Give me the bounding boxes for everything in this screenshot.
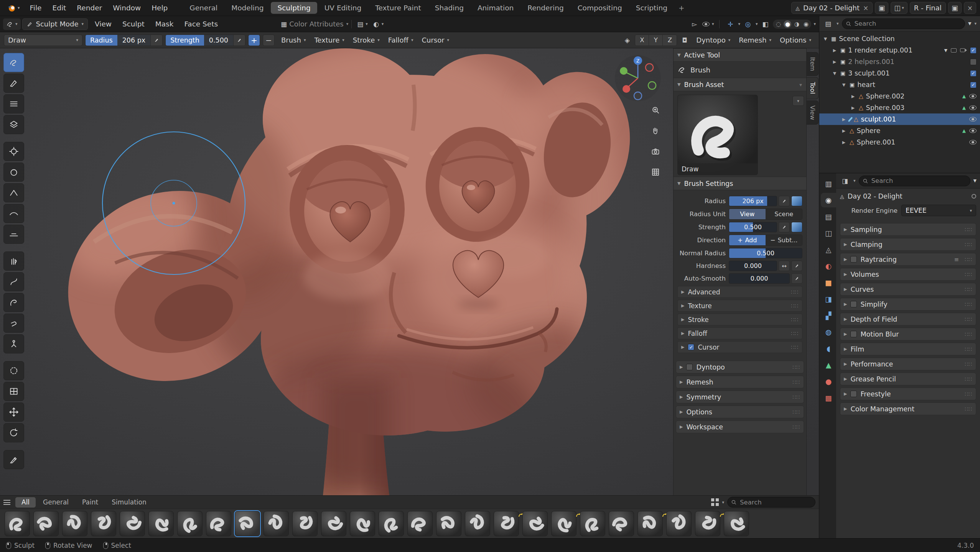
chevron-down-icon[interactable]: ▼ [832,71,838,76]
pen-pressure-icon[interactable] [779,222,790,232]
panel-stroke[interactable]: ▶Stroke∷∷ [677,314,802,325]
properties-tab-object-properties[interactable]: ■ [821,275,836,290]
panel-cursor[interactable]: ▶✓Cursor∷∷ [677,341,802,353]
workspace-tab-rendering[interactable]: Rendering [521,2,570,14]
panel-raytracing[interactable]: ▶Raytracing≡∷∷ [840,253,976,266]
tool-crease[interactable] [3,183,24,202]
outliner-row-sphere[interactable]: ▶△Sphere▲ [819,125,980,136]
dropdown-falloff[interactable]: Falloff▾ [384,34,417,46]
symmetry-y-toggle[interactable]: Y [649,35,663,46]
pen-pressure-icon[interactable] [779,196,790,206]
monitor-icon[interactable] [951,48,957,53]
3d-viewport[interactable]: Z ▼ Active Tool [0,48,819,495]
workspace-tab-animation[interactable]: Animation [471,2,520,14]
attribute-display-icon[interactable]: ▤ [355,19,366,30]
blender-menu-button[interactable]: ▾ [4,3,23,13]
tool-face-sets[interactable] [3,382,24,401]
outliner-row-2-helpers-001[interactable]: ▶▣2 helpers.001 [819,56,980,67]
sidebar-tab-view[interactable]: View [807,100,819,125]
properties-tab-physics-properties[interactable]: ◍ [821,325,836,339]
chevron-right-icon[interactable]: ▶ [850,105,856,110]
direction-add-button[interactable]: + Add [729,235,766,245]
panel-curves[interactable]: ▶Curves∷∷ [840,283,976,296]
brush-thumbnail-18[interactable] [522,511,548,536]
properties-tab-output-properties[interactable]: ▤ [821,209,836,224]
filter-funnel-icon[interactable]: ▼ [968,21,971,26]
sidebar-tab-item[interactable]: Item [807,52,819,76]
tool-rotate[interactable] [3,423,24,442]
panel-symmetry[interactable]: ▶Symmetry∷∷ [676,391,804,403]
invert-icon[interactable]: ↔ [779,261,790,271]
brush-asset-panel-header[interactable]: ▼ Brush Asset ▾ [674,78,806,91]
symmetry-x-toggle[interactable]: X [635,35,649,46]
properties-tab-texture-properties[interactable]: ▩ [821,391,836,405]
add-workspace-button[interactable]: + [675,2,688,14]
dropdown-remesh[interactable]: Remesh▾ [735,34,775,46]
eye-icon[interactable] [969,128,977,133]
panel-options[interactable]: ▶Options∷∷ [676,406,804,418]
display-grid-icon[interactable] [711,498,719,506]
asset-search-input[interactable] [727,497,815,508]
menu-edit[interactable]: Edit [47,2,72,14]
direction-subtract-button[interactable]: − [263,34,275,46]
sidebar-tab-tool[interactable]: Tool [807,77,819,99]
filter-funnel-icon[interactable]: ▼ [973,178,977,183]
gizmo-toggle-icon[interactable]: ✛ [725,19,736,30]
pen-pressure-icon[interactable] [791,261,802,271]
brush-thumbnail-10[interactable] [292,511,318,536]
scene-selector[interactable]: ◬ Day 02 - Delight × [791,2,873,14]
auto-smooth-slider[interactable]: 0.000 [729,273,790,284]
strength-pressure-icon[interactable] [233,35,245,46]
brush-settings-panel-header[interactable]: ▼ Brush Settings [674,177,806,190]
strength-slider[interactable]: 0.500 [729,222,777,232]
eye-icon[interactable] [969,117,977,122]
mirror-icon[interactable]: ◈ [622,35,632,46]
chevron-down-icon[interactable]: ▼ [841,82,847,87]
brush-thumbnail-4[interactable] [120,511,145,536]
properties-tab-world-properties[interactable]: ◐ [821,259,836,273]
collection-checkbox[interactable]: ✓ [970,70,977,77]
brush-thumbnail-9[interactable] [264,511,289,536]
color-attributes-label[interactable]: Color Attributes [289,20,344,28]
orientation-gizmo[interactable]: Z [611,51,665,104]
direction-subtract-button[interactable]: − Subt... [766,235,802,245]
workspace-tab-scripting[interactable]: Scripting [629,2,674,14]
chevron-right-icon[interactable]: ▶ [850,94,856,99]
menu-mask[interactable]: Mask [150,18,179,30]
tool-mask[interactable] [3,361,24,380]
brush-thumbnail-23[interactable] [666,511,692,536]
brush-thumbnail-21[interactable] [609,511,634,536]
unified-strength-icon[interactable] [791,222,802,232]
outliner-row-3-sculpt-001[interactable]: ▼▣3 sculpt.001✓ [819,67,980,79]
zoom-icon[interactable] [647,102,664,118]
chevron-right-icon[interactable]: ▶ [832,48,838,53]
eye-icon[interactable] [969,94,977,99]
normal-radius-slider[interactable]: 0.500 [729,248,802,258]
radius-pressure-icon[interactable] [150,35,162,46]
properties-tab-render-properties[interactable]: ◉ [821,193,836,207]
collection-checkbox[interactable] [970,59,977,65]
selectability-icon[interactable]: ▻ [689,19,700,30]
tool-grab[interactable] [3,251,24,271]
menu-view[interactable]: View [89,18,117,30]
workspace-tab-general[interactable]: General [183,2,224,14]
orthographic-grid-icon[interactable] [647,164,664,180]
panel-remesh[interactable]: ▶Remesh∷∷ [676,376,804,388]
checkbox-freestyle[interactable] [850,391,857,397]
brush-thumbnail-8[interactable] [235,511,260,536]
panel-film[interactable]: ▶Film∷∷ [840,343,976,355]
outliner-row-sphere-001[interactable]: ▶△Sphere.001 [819,136,980,148]
tool-smooth[interactable] [3,204,24,223]
brush-thumbnail-22[interactable] [637,511,663,536]
tool-elastic-deform[interactable] [3,272,24,291]
asset-tab-simulation[interactable]: Simulation [105,497,153,508]
properties-tab-constraint-properties[interactable]: ◖ [821,341,836,356]
panel-depth-of-field[interactable]: ▶Depth of Field∷∷ [840,313,976,325]
falloff-shape-icon[interactable]: ◘ [679,35,690,46]
outliner-editor-icon[interactable]: ▤ [823,18,833,29]
funnel-icon[interactable]: ▼ [944,48,947,53]
panel-dyntopo[interactable]: ▶Dyntopo∷∷ [676,361,804,373]
tool-snake-hook[interactable] [3,293,24,312]
properties-tab-view-layer-properties[interactable]: ◫ [821,226,836,240]
workspace-tab-texture-paint[interactable]: Texture Paint [369,2,427,14]
